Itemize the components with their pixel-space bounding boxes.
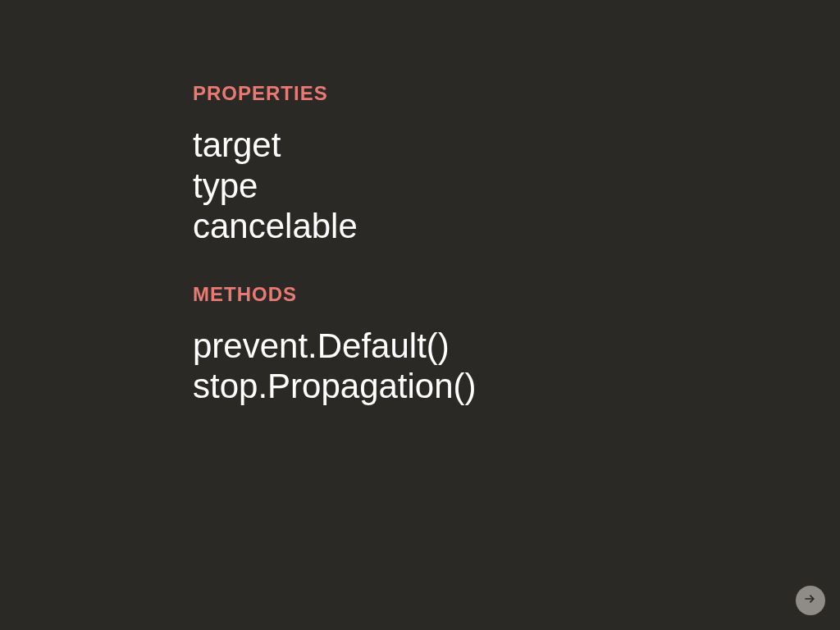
methods-list: prevent.Default() stop.Propagation(): [193, 326, 477, 407]
properties-list: target type cancelable: [193, 125, 477, 247]
section-methods: METHODS prevent.Default() stop.Propagati…: [193, 283, 477, 407]
property-item: type: [193, 166, 477, 207]
section-heading-properties: PROPERTIES: [193, 82, 477, 105]
slide-content: PROPERTIES target type cancelable METHOD…: [193, 82, 477, 443]
property-item: target: [193, 125, 477, 166]
arrow-right-circle-icon: [802, 591, 819, 610]
method-item: stop.Propagation(): [193, 366, 477, 407]
property-item: cancelable: [193, 206, 477, 247]
section-properties: PROPERTIES target type cancelable: [193, 82, 477, 247]
section-heading-methods: METHODS: [193, 283, 477, 306]
next-slide-button[interactable]: [796, 586, 825, 615]
method-item: prevent.Default(): [193, 326, 477, 367]
